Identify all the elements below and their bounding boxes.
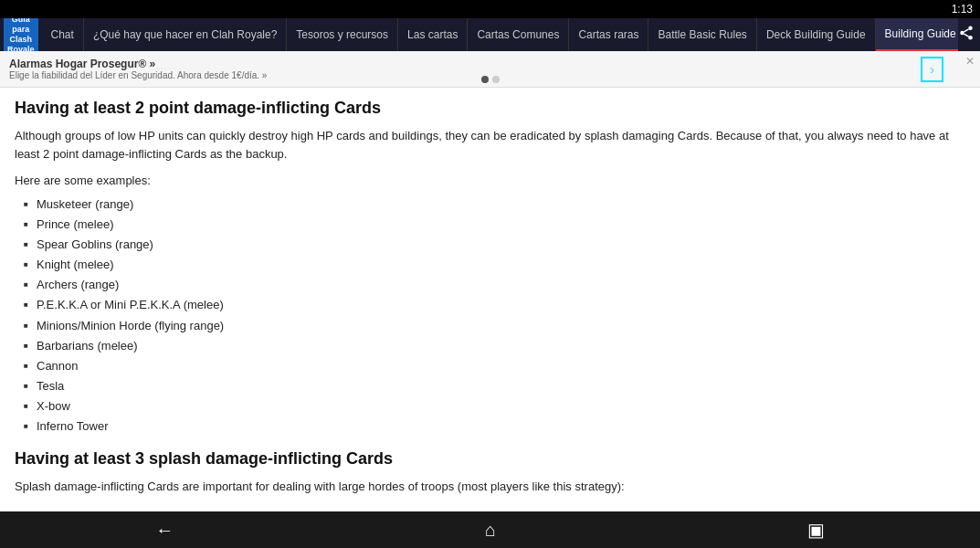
list-item: Cannon [24, 356, 965, 376]
back-button[interactable]: ← [141, 516, 188, 544]
svg-line-3 [964, 34, 968, 37]
main-content: Having at least 2 point damage-inflictin… [0, 88, 980, 511]
nav-actions [958, 25, 980, 45]
examples-list: Musketeer (range) Prince (melee) Spear G… [15, 195, 965, 437]
recents-button[interactable]: ▣ [793, 515, 839, 544]
app-logo[interactable]: Guia para Clash Royale [4, 18, 38, 51]
list-item: Tesla [24, 376, 965, 396]
list-item: Knight (melee) [24, 255, 965, 275]
list-item: Musketeer (range) [24, 195, 965, 215]
share-icon[interactable] [958, 25, 975, 45]
list-item: Barbarians (melee) [24, 336, 965, 356]
svg-point-2 [968, 36, 973, 40]
tab-chat[interactable]: Chat [42, 18, 84, 51]
time-display: 1:13 [952, 3, 973, 16]
ad-dots [481, 76, 500, 83]
list-item: Prince (melee) [24, 215, 965, 235]
list-item: Spear Goblins (range) [24, 235, 965, 255]
body-text-1: Although groups of low HP units can quic… [15, 127, 965, 163]
home-button[interactable]: ⌂ [470, 516, 511, 544]
body-text-2: Splash damage-inflicting Cards are impor… [15, 478, 965, 496]
examples-label: Here are some examples: [15, 174, 965, 187]
svg-line-4 [964, 29, 968, 32]
ad-title: Alarmas Hogar Prosegur® » [9, 58, 971, 70]
tab-battle-basic[interactable]: Battle Basic Rules [648, 18, 756, 51]
heading-2: Having at least 3 splash damage-inflicti… [15, 449, 965, 469]
list-item: Minions/Minion Horde (flying range) [24, 316, 965, 336]
tab-cartas-comunes[interactable]: Cartas Comunes [468, 18, 569, 51]
tab-cartas-raras[interactable]: Cartas raras [569, 18, 648, 51]
ad-dot-2 [492, 76, 500, 83]
svg-point-1 [960, 31, 964, 36]
bottom-nav: ← ⌂ ▣ [0, 511, 980, 548]
list-item: Archers (range) [24, 275, 965, 295]
tab-building-guide[interactable]: Building Guide [876, 18, 958, 51]
nav-tabs: Chat ¿Qué hay que hacer en Clah Royale? … [42, 18, 958, 51]
nav-bar: Guia para Clash Royale Chat ¿Qué hay que… [0, 18, 980, 51]
ad-bar: Alarmas Hogar Prosegur® » Elige la fiabi… [0, 51, 980, 88]
heading-1: Having at least 2 point damage-inflictin… [15, 99, 965, 118]
list-item: P.E.K.K.A or Mini P.E.K.K.A (melee) [24, 295, 965, 315]
tab-deck-building[interactable]: Deck Building Guide [757, 18, 876, 51]
ad-close-button[interactable]: ✕ [965, 55, 975, 68]
status-bar: 1:13 [0, 0, 980, 18]
tab-cartas[interactable]: Las cartas [398, 18, 468, 51]
ad-dot-1 [481, 76, 489, 83]
tab-que-hay[interactable]: ¿Qué hay que hacer en Clah Royale? [84, 18, 287, 51]
tab-tesoros[interactable]: Tesoros y recursos [287, 18, 398, 51]
list-item: Inferno Tower [24, 416, 965, 437]
ad-arrow-button[interactable]: › [921, 57, 943, 82]
list-item: X-bow [24, 396, 965, 416]
svg-point-0 [968, 26, 973, 31]
